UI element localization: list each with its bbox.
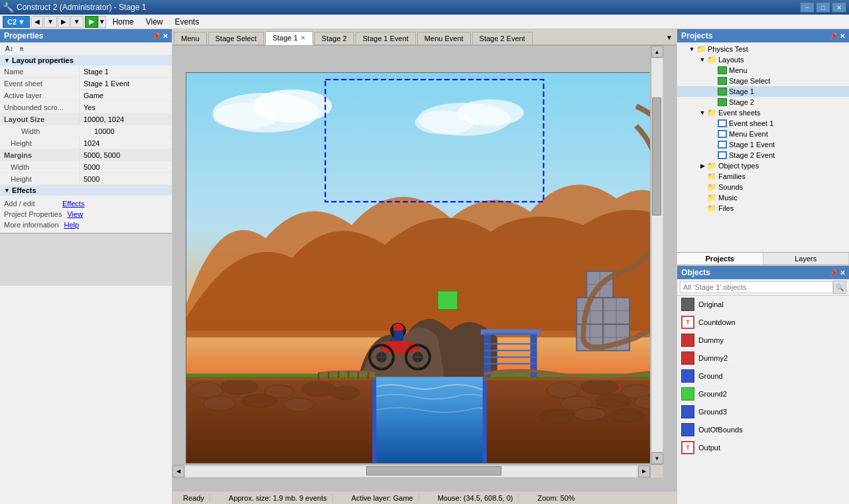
horizontal-scrollbar[interactable]: ◀ ▶ [172,464,650,477]
svg-point-22 [540,409,574,424]
undo-dropdown[interactable]: ▼ [44,16,57,28]
expand-eventsheets[interactable]: ▼ [698,109,706,116]
prop-eventsheet-label: Event sheet [0,78,80,89]
tab-stage1[interactable]: Stage 1 ✕ [265,31,313,45]
props-pin-icon[interactable]: 📌 [152,32,160,40]
svg-point-14 [284,398,314,411]
expand-layouts[interactable]: ▼ [698,56,706,63]
svg-rect-74 [438,291,458,310]
scroll-track-horizontal[interactable] [185,466,637,477]
project-props-link[interactable]: View [67,210,83,218]
more-info-row: More information Help [4,220,168,230]
tree-objecttypes-folder[interactable]: ▶ 📁 Object types [677,160,849,171]
obj-item-output[interactable]: T Output [677,439,849,457]
obj-item-ground2[interactable]: Ground2 [677,385,849,403]
tree-layout-stage1[interactable]: Stage 1 [677,86,849,97]
redo-button[interactable]: ▶ [58,16,70,28]
menu-home[interactable]: Home [107,16,139,28]
expand-root[interactable]: ▼ [688,46,696,52]
scroll-thumb-vertical[interactable] [652,97,661,216]
obj-item-dummy2[interactable]: Dummy2 [677,349,849,367]
prop-unbounded-row: Unbounded scro... Yes [0,101,172,113]
objects-search-input[interactable] [680,281,833,293]
layout-properties-header[interactable]: ▼ Layout properties [0,55,172,66]
scroll-track-vertical[interactable] [652,58,663,452]
maximize-button[interactable]: □ [816,2,830,13]
tab-stage1-close[interactable]: ✕ [300,34,306,41]
tree-sounds-folder[interactable]: 📁 Sounds [677,182,849,192]
editor-area[interactable]: ▲ ▼ ◀ ▶ [172,46,677,491]
title-left: 🔧 Construct 2 (Administrator) - Stage 1 [3,2,146,13]
obj-item-ground[interactable]: Ground [677,367,849,385]
expand-objecttypes[interactable]: ▶ [698,162,706,169]
sort-alpha-icon[interactable]: A↕ [3,44,16,54]
panel-tab-projects[interactable]: Projects [677,253,763,265]
tree-layouts-folder[interactable]: ▼ 📁 Layouts [677,54,849,65]
vertical-scrollbar[interactable]: ▲ ▼ [650,46,663,464]
tab-menu[interactable]: Menu [174,32,207,44]
undo-button[interactable]: ◀ [31,16,43,28]
obj-label-ground3: Ground3 [698,408,727,416]
run-button[interactable]: ▶ [85,16,98,28]
title-buttons[interactable]: − □ ✕ [800,2,846,13]
more-info-link[interactable]: Help [64,221,80,229]
tabs-bar: Menu Stage Select Stage 1 ✕ Stage 2 Stag… [172,29,677,46]
objects-close-icon[interactable]: ✕ [840,269,845,277]
sort-category-icon[interactable]: ≡ [17,44,27,54]
tree-stage2event[interactable]: Stage 2 Event [677,150,849,160]
obj-item-countdown[interactable]: T Countdown [677,314,849,332]
obj-item-original[interactable]: Original [677,296,849,314]
tab-stageselect[interactable]: Stage Select [208,32,264,44]
obj-color-ground [681,369,694,383]
properties-title: Properties [4,31,43,40]
close-button[interactable]: ✕ [832,2,846,13]
menuevent-icon [717,129,728,139]
obj-item-outofbounds[interactable]: OutOfBounds [677,421,849,439]
tree-root[interactable]: ▼ 📁 Physics Test [677,44,849,54]
scroll-up-button[interactable]: ▲ [651,46,663,58]
tree-layout-stage2[interactable]: Stage 2 [677,97,849,107]
tabs-dropdown[interactable]: ▼ [663,32,675,42]
effects-section-header[interactable]: ▼ Effects [0,185,172,196]
prop-width2-label: Width [0,161,80,172]
menu-view[interactable]: View [141,16,168,28]
objects-search-button[interactable]: 🔍 [833,281,846,294]
tab-stage2event[interactable]: Stage 2 Event [472,32,533,44]
objecttypes-folder-icon: 📁 [706,161,717,170]
tree-music-folder[interactable]: 📁 Music [677,192,849,203]
proj-pin-icon[interactable]: 📌 [829,32,837,40]
tree-layout-stageselect[interactable]: Stage Select [677,76,849,86]
tree-eventsheet1[interactable]: Event sheet 1 [677,118,849,129]
game-canvas [186,72,663,464]
effects-link[interactable]: Effects [62,200,84,208]
tree-layout-menu[interactable]: Menu [677,65,849,76]
props-close-icon[interactable]: ✕ [163,32,168,40]
proj-close-icon[interactable]: ✕ [840,32,845,40]
menu-events[interactable]: Events [169,16,204,28]
obj-label-dummy: Dummy [698,336,724,344]
obj-item-ground3[interactable]: Ground3 [677,403,849,421]
more-info-label: More information [4,221,59,229]
tab-stage1event[interactable]: Stage 1 Event [356,32,416,44]
tree-families-folder[interactable]: 📁 Families [677,171,849,182]
logo-button[interactable]: C2 ▼ [3,16,30,28]
run-dropdown[interactable]: ▼ [98,16,106,28]
minimize-button[interactable]: − [800,2,815,13]
tab-menuevent[interactable]: Menu Event [417,32,471,44]
scroll-thumb-horizontal[interactable] [366,466,502,475]
tree-stage1event[interactable]: Stage 1 Event [677,139,849,150]
tree-files-folder[interactable]: 📁 Files [677,203,849,214]
panel-tab-layers[interactable]: Layers [763,253,850,265]
layout-menu-icon [717,66,728,75]
tree-menuevent[interactable]: Menu Event [677,129,849,139]
scroll-right-button[interactable]: ▶ [638,466,650,477]
scroll-down-button[interactable]: ▼ [651,452,663,464]
obj-item-dummy[interactable]: Dummy [677,332,849,349]
tab-stage2[interactable]: Stage 2 [314,32,354,44]
scroll-left-button[interactable]: ◀ [172,466,184,477]
canvas-container[interactable]: ▲ ▼ ◀ ▶ [172,46,663,477]
prop-name-value: Stage 1 [80,66,172,77]
tree-eventsheets-folder[interactable]: ▼ 📁 Event sheets [677,107,849,118]
objects-pin-icon[interactable]: 📌 [829,269,837,277]
redo-dropdown[interactable]: ▼ [70,16,84,28]
